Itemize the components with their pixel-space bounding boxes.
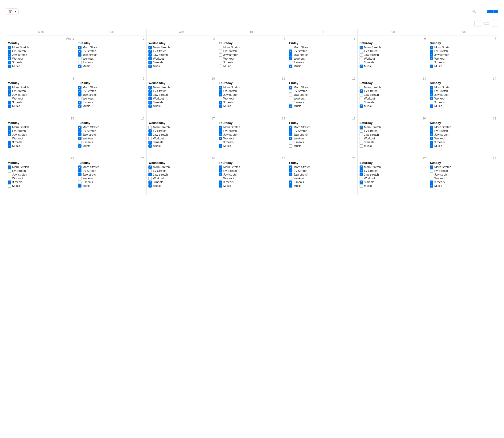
- task-item[interactable]: 3 meals: [148, 181, 215, 184]
- task-item[interactable]: Workout: [148, 97, 215, 100]
- task-item[interactable]: Morn Stretch: [78, 165, 145, 169]
- task-item[interactable]: Music: [78, 104, 145, 108]
- task-checkbox[interactable]: [430, 53, 433, 56]
- task-checkbox[interactable]: [430, 169, 433, 173]
- task-checkbox[interactable]: [8, 165, 11, 169]
- task-item[interactable]: Jaw stretch: [148, 133, 215, 136]
- task-checkbox[interactable]: [289, 165, 292, 169]
- task-item[interactable]: Morn Stretch: [219, 46, 285, 49]
- task-item[interactable]: Ev Stretch: [219, 169, 285, 173]
- task-item[interactable]: Ev Stretch: [78, 89, 145, 93]
- task-checkbox[interactable]: [148, 137, 152, 140]
- task-checkbox[interactable]: [78, 129, 81, 133]
- task-checkbox[interactable]: [359, 61, 363, 64]
- task-item[interactable]: Music: [430, 104, 496, 108]
- task-checkbox[interactable]: [8, 177, 11, 180]
- task-item[interactable]: Morn Stretch: [219, 126, 285, 129]
- task-item[interactable]: Music: [289, 184, 356, 187]
- task-item[interactable]: Workout: [8, 177, 74, 180]
- task-checkbox[interactable]: [219, 97, 222, 100]
- task-checkbox[interactable]: [78, 97, 81, 100]
- task-checkbox[interactable]: [359, 177, 363, 180]
- task-item[interactable]: 3 meals: [8, 61, 74, 64]
- task-item[interactable]: Jaw stretch: [289, 133, 356, 136]
- task-item[interactable]: Morn Stretch: [359, 86, 426, 89]
- task-checkbox[interactable]: [219, 89, 222, 93]
- task-checkbox[interactable]: [219, 144, 222, 148]
- search-button[interactable]: 🔍: [471, 9, 478, 14]
- task-item[interactable]: Ev Stretch: [219, 89, 285, 93]
- task-item[interactable]: Music: [78, 144, 145, 148]
- task-item[interactable]: Ev Stretch: [430, 89, 496, 93]
- task-item[interactable]: Workout: [289, 137, 356, 140]
- task-checkbox[interactable]: [430, 57, 433, 60]
- task-checkbox[interactable]: [8, 141, 11, 144]
- task-checkbox[interactable]: [148, 89, 152, 93]
- task-item[interactable]: Ev Stretch: [219, 50, 285, 53]
- task-checkbox[interactable]: [8, 184, 11, 187]
- task-checkbox[interactable]: [430, 173, 433, 176]
- task-checkbox[interactable]: [359, 101, 363, 104]
- task-item[interactable]: Workout: [78, 137, 145, 140]
- task-checkbox[interactable]: [148, 104, 152, 108]
- task-checkbox[interactable]: [8, 61, 11, 64]
- task-item[interactable]: Music: [359, 184, 426, 187]
- task-checkbox[interactable]: [78, 181, 81, 184]
- task-checkbox[interactable]: [430, 89, 433, 93]
- task-item[interactable]: Workout: [219, 137, 285, 140]
- task-item[interactable]: Morn Stretch: [359, 126, 426, 129]
- task-item[interactable]: Ev Stretch: [8, 89, 74, 93]
- task-item[interactable]: Jaw stretch: [219, 133, 285, 136]
- task-checkbox[interactable]: [78, 144, 81, 148]
- task-checkbox[interactable]: [148, 173, 152, 176]
- task-checkbox[interactable]: [430, 65, 433, 68]
- task-item[interactable]: Workout: [430, 177, 496, 180]
- task-item[interactable]: Morn Stretch: [148, 126, 215, 129]
- task-checkbox[interactable]: [8, 101, 11, 104]
- task-item[interactable]: 3 meals: [359, 181, 426, 184]
- task-checkbox[interactable]: [78, 89, 81, 93]
- task-item[interactable]: Ev Stretch: [359, 129, 426, 133]
- task-checkbox[interactable]: [219, 184, 222, 187]
- calendar-view-button[interactable]: 📅 ▾: [6, 9, 19, 15]
- task-checkbox[interactable]: [289, 53, 292, 56]
- task-checkbox[interactable]: [219, 165, 222, 169]
- task-item[interactable]: Ev Stretch: [148, 169, 215, 173]
- new-button-main[interactable]: [487, 10, 493, 13]
- task-checkbox[interactable]: [8, 93, 11, 97]
- task-item[interactable]: Ev Stretch: [359, 50, 426, 53]
- task-item[interactable]: Jaw stretch: [78, 173, 145, 176]
- task-item[interactable]: Workout: [430, 97, 496, 100]
- task-checkbox[interactable]: [219, 133, 222, 136]
- task-item[interactable]: Jaw stretch: [78, 53, 145, 56]
- task-checkbox[interactable]: [359, 181, 363, 184]
- task-item[interactable]: Music: [430, 144, 496, 148]
- task-checkbox[interactable]: [219, 65, 222, 68]
- task-item[interactable]: 3 meals: [430, 101, 496, 104]
- task-item[interactable]: 3 meals: [289, 141, 356, 144]
- task-checkbox[interactable]: [78, 57, 81, 60]
- task-item[interactable]: Ev Stretch: [148, 89, 215, 93]
- task-item[interactable]: Music: [359, 144, 426, 148]
- task-item[interactable]: Workout: [219, 97, 285, 100]
- task-item[interactable]: Workout: [359, 97, 426, 100]
- task-item[interactable]: Ev Stretch: [430, 50, 496, 53]
- task-item[interactable]: Morn Stretch: [289, 86, 356, 89]
- task-checkbox[interactable]: [78, 165, 81, 169]
- task-checkbox[interactable]: [430, 126, 433, 129]
- task-checkbox[interactable]: [148, 93, 152, 97]
- task-checkbox[interactable]: [219, 57, 222, 60]
- task-item[interactable]: Music: [289, 104, 356, 108]
- task-item[interactable]: Ev Stretch: [78, 50, 145, 53]
- task-item[interactable]: Jaw stretch: [289, 173, 356, 176]
- task-item[interactable]: Jaw stretch: [289, 53, 356, 56]
- task-checkbox[interactable]: [8, 97, 11, 100]
- properties-button[interactable]: [448, 11, 451, 13]
- task-item[interactable]: Ev Stretch: [289, 169, 356, 173]
- task-checkbox[interactable]: [78, 50, 81, 53]
- task-checkbox[interactable]: [359, 93, 363, 97]
- task-checkbox[interactable]: [78, 61, 81, 64]
- task-item[interactable]: 3 meals: [359, 101, 426, 104]
- task-checkbox[interactable]: [289, 89, 292, 93]
- task-item[interactable]: Morn Stretch: [359, 46, 426, 49]
